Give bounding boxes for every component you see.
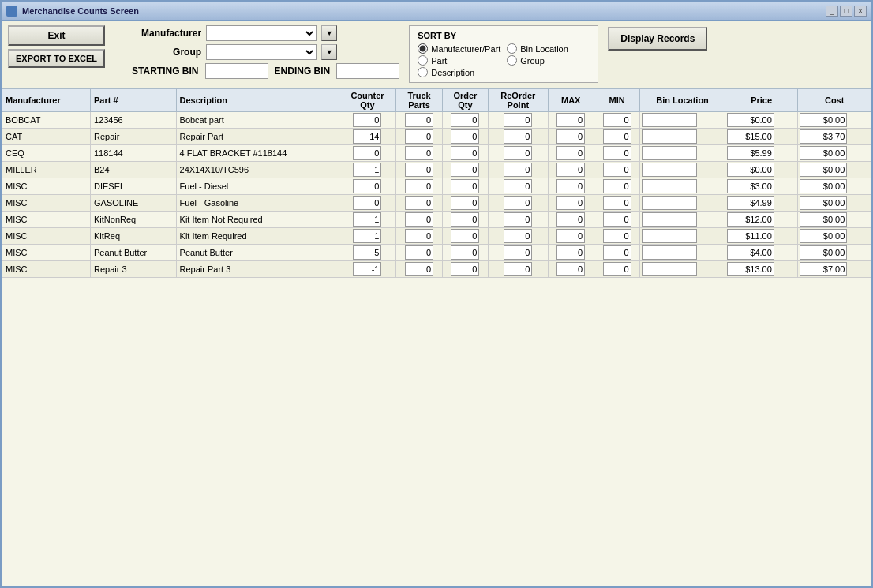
cell-truck[interactable] bbox=[396, 112, 442, 129]
truck-input[interactable] bbox=[405, 229, 433, 243]
cell-truck[interactable] bbox=[396, 228, 442, 245]
cost-input[interactable] bbox=[800, 262, 847, 276]
reorder-input[interactable] bbox=[504, 196, 532, 210]
export-button[interactable]: EXPORT TO EXCEL bbox=[8, 49, 105, 68]
order-input[interactable] bbox=[451, 146, 479, 160]
cell-truck[interactable] bbox=[396, 129, 442, 145]
cell-cost[interactable] bbox=[798, 112, 871, 129]
cell-reorder[interactable] bbox=[489, 195, 548, 212]
counter-input[interactable] bbox=[353, 179, 381, 193]
truck-input[interactable] bbox=[405, 196, 433, 210]
cell-order[interactable] bbox=[442, 245, 488, 261]
bin-input[interactable] bbox=[642, 245, 697, 260]
cell-price[interactable] bbox=[725, 178, 798, 195]
min-input[interactable] bbox=[603, 113, 631, 127]
price-input[interactable] bbox=[727, 179, 774, 193]
cell-reorder[interactable] bbox=[489, 261, 548, 278]
cell-counter[interactable] bbox=[339, 112, 396, 129]
min-input[interactable] bbox=[603, 229, 631, 243]
counter-input[interactable] bbox=[353, 262, 381, 276]
cell-reorder[interactable] bbox=[489, 212, 548, 228]
cell-max[interactable] bbox=[548, 178, 594, 195]
bin-input[interactable] bbox=[642, 113, 697, 127]
close-button[interactable]: X bbox=[854, 6, 867, 17]
cost-input[interactable] bbox=[800, 129, 847, 144]
cell-reorder[interactable] bbox=[489, 145, 548, 162]
cell-cost[interactable] bbox=[798, 145, 871, 162]
cell-max[interactable] bbox=[548, 195, 594, 212]
bin-input[interactable] bbox=[642, 146, 697, 160]
cell-counter[interactable] bbox=[339, 178, 396, 195]
cell-bin[interactable] bbox=[640, 112, 725, 129]
max-input[interactable] bbox=[556, 129, 585, 144]
cell-truck[interactable] bbox=[396, 162, 442, 178]
cell-order[interactable] bbox=[442, 228, 488, 245]
cell-bin[interactable] bbox=[640, 212, 725, 228]
cell-order[interactable] bbox=[442, 212, 488, 228]
cell-reorder[interactable] bbox=[489, 112, 548, 129]
sort-option-part[interactable]: Part bbox=[418, 55, 500, 66]
group-dropdown-icon[interactable]: ▼ bbox=[321, 44, 337, 60]
manufacturer-dropdown-icon[interactable]: ▼ bbox=[321, 25, 337, 41]
exit-button[interactable]: Exit bbox=[8, 25, 105, 46]
min-input[interactable] bbox=[603, 179, 631, 193]
cell-min[interactable] bbox=[594, 212, 639, 228]
order-input[interactable] bbox=[451, 229, 479, 243]
cell-price[interactable] bbox=[725, 112, 798, 129]
cell-min[interactable] bbox=[594, 162, 639, 178]
cell-max[interactable] bbox=[548, 261, 594, 278]
reorder-input[interactable] bbox=[504, 245, 532, 260]
cell-truck[interactable] bbox=[396, 195, 442, 212]
counter-input[interactable] bbox=[353, 113, 381, 127]
max-input[interactable] bbox=[556, 163, 585, 177]
counter-input[interactable] bbox=[353, 229, 381, 243]
max-input[interactable] bbox=[556, 245, 585, 260]
cell-max[interactable] bbox=[548, 245, 594, 261]
min-input[interactable] bbox=[603, 146, 631, 160]
cell-max[interactable] bbox=[548, 162, 594, 178]
order-input[interactable] bbox=[451, 179, 479, 193]
order-input[interactable] bbox=[451, 262, 479, 276]
maximize-button[interactable]: □ bbox=[840, 6, 852, 17]
cost-input[interactable] bbox=[800, 245, 847, 260]
bin-input[interactable] bbox=[642, 196, 697, 210]
cell-order[interactable] bbox=[442, 129, 488, 145]
cell-order[interactable] bbox=[442, 195, 488, 212]
cell-max[interactable] bbox=[548, 129, 594, 145]
cost-input[interactable] bbox=[800, 229, 847, 243]
cell-price[interactable] bbox=[725, 228, 798, 245]
price-input[interactable] bbox=[727, 212, 774, 227]
reorder-input[interactable] bbox=[504, 163, 532, 177]
cell-reorder[interactable] bbox=[489, 245, 548, 261]
cell-counter[interactable] bbox=[339, 145, 396, 162]
cell-reorder[interactable] bbox=[489, 162, 548, 178]
manufacturer-select[interactable] bbox=[206, 25, 317, 41]
cell-bin[interactable] bbox=[640, 261, 725, 278]
cell-bin[interactable] bbox=[640, 228, 725, 245]
order-input[interactable] bbox=[451, 113, 479, 127]
cell-reorder[interactable] bbox=[489, 129, 548, 145]
min-input[interactable] bbox=[603, 245, 631, 260]
reorder-input[interactable] bbox=[504, 212, 532, 227]
cell-price[interactable] bbox=[725, 195, 798, 212]
counter-input[interactable] bbox=[353, 146, 381, 160]
cell-price[interactable] bbox=[725, 245, 798, 261]
cell-counter[interactable] bbox=[339, 162, 396, 178]
reorder-input[interactable] bbox=[504, 179, 532, 193]
cell-order[interactable] bbox=[442, 112, 488, 129]
price-input[interactable] bbox=[727, 196, 774, 210]
cell-truck[interactable] bbox=[396, 178, 442, 195]
sort-option-mfr[interactable]: Manufacturer/Part bbox=[418, 43, 500, 54]
max-input[interactable] bbox=[556, 196, 585, 210]
cell-counter[interactable] bbox=[339, 228, 396, 245]
truck-input[interactable] bbox=[405, 212, 433, 227]
cell-bin[interactable] bbox=[640, 162, 725, 178]
cell-min[interactable] bbox=[594, 178, 639, 195]
cell-order[interactable] bbox=[442, 178, 488, 195]
truck-input[interactable] bbox=[405, 179, 433, 193]
cell-price[interactable] bbox=[725, 162, 798, 178]
cost-input[interactable] bbox=[800, 179, 847, 193]
cell-min[interactable] bbox=[594, 129, 639, 145]
cell-counter[interactable] bbox=[339, 129, 396, 145]
cell-price[interactable] bbox=[725, 129, 798, 145]
